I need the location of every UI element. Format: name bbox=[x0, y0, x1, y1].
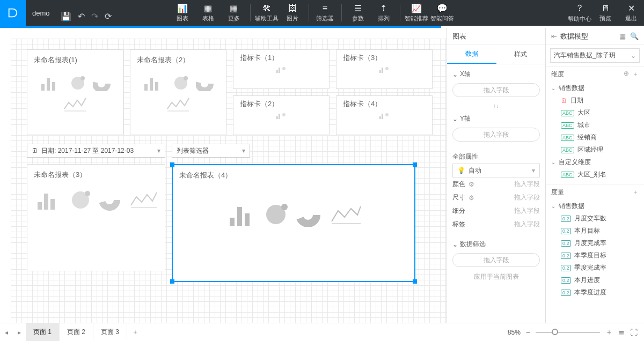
resize-handle[interactable] bbox=[170, 162, 174, 167]
dim-region[interactable]: ABC大区 bbox=[551, 107, 641, 119]
abc-icon: ABC bbox=[561, 110, 574, 116]
measure-group-sales[interactable]: ⌄销售数据 bbox=[551, 200, 641, 212]
widget-indicator-1[interactable]: 指标卡（1） bbox=[233, 49, 330, 89]
zoom-percent: 85% bbox=[508, 329, 521, 336]
dim-dealer[interactable]: ABC经销商 bbox=[551, 131, 641, 144]
measure-m3[interactable]: 0.2月度完成率 bbox=[551, 237, 641, 249]
tab-style[interactable]: 样式 bbox=[496, 45, 546, 64]
undo-icon[interactable]: ↶ bbox=[78, 11, 85, 21]
tool-image[interactable]: 🖼图片 bbox=[280, 0, 305, 26]
measure-m5[interactable]: 0.2季度完成率 bbox=[551, 262, 641, 274]
custom-dim-group[interactable]: ⌄自定义维度 bbox=[551, 156, 641, 168]
tool-chart[interactable]: 📊图表 bbox=[170, 0, 195, 26]
fit-width-icon[interactable]: ≣ bbox=[618, 328, 625, 337]
tool-filter[interactable]: ≡筛选器 bbox=[312, 0, 338, 26]
zoom-slider[interactable] bbox=[536, 332, 600, 333]
attr-size[interactable]: 尺寸⚙拖入字段 bbox=[452, 191, 540, 204]
grid-icon[interactable]: ▦ bbox=[619, 32, 626, 40]
dim-area-mgr[interactable]: ABC区域经理 bbox=[551, 144, 641, 156]
widget-indicator-3[interactable]: 指标卡（3） bbox=[336, 49, 433, 89]
resize-handle[interactable] bbox=[170, 279, 174, 284]
add-page-button[interactable]: ＋ bbox=[127, 323, 143, 341]
tool-aux[interactable]: 🛠辅助工具 bbox=[254, 0, 280, 26]
list-filter[interactable]: 列表筛选器 ▾ bbox=[172, 144, 250, 158]
help-icon: ？ bbox=[575, 3, 584, 14]
dim-date[interactable]: 🗓日期 bbox=[551, 94, 641, 107]
search-icon[interactable]: 🔍 bbox=[630, 32, 639, 40]
calendar-icon: 🗓 bbox=[32, 147, 38, 154]
svg-rect-13 bbox=[279, 68, 280, 73]
svg-point-20 bbox=[282, 113, 286, 116]
tool-smartqa[interactable]: 💬智能问答 bbox=[429, 0, 455, 26]
tab-data[interactable]: 数据 bbox=[447, 45, 496, 64]
x-axis-dropzone[interactable]: 拖入字段 bbox=[452, 83, 540, 97]
plus-icon[interactable]: ＋ bbox=[632, 188, 639, 197]
measure-m2[interactable]: 0.2本月目标 bbox=[551, 225, 641, 237]
svg-point-23 bbox=[385, 113, 389, 116]
tool-sort[interactable]: ⇡排列 bbox=[371, 0, 397, 26]
refresh-icon[interactable]: ⟳ bbox=[105, 11, 112, 21]
chart-placeholder-icon bbox=[364, 66, 405, 73]
swap-axes-icon[interactable]: ↑↓ bbox=[447, 102, 545, 109]
measure-m1[interactable]: 0.2月度交车数 bbox=[551, 212, 641, 225]
redo-icon[interactable]: ↷ bbox=[91, 11, 98, 21]
zoom-in-button[interactable]: ＋ bbox=[605, 328, 613, 337]
widget-title: 指标卡（3） bbox=[343, 53, 426, 63]
globe-icon[interactable]: ⊕ bbox=[624, 70, 629, 79]
widget-report-1[interactable]: 未命名报表(1) bbox=[27, 49, 123, 135]
zoom-out-button[interactable]: − bbox=[526, 328, 530, 337]
dim-city[interactable]: ABC城市 bbox=[551, 119, 641, 131]
tool-smartrec[interactable]: 📈智能推荐 bbox=[404, 0, 429, 26]
save-icon[interactable]: 💾 bbox=[61, 11, 71, 21]
widget-report-3[interactable]: 未命名报表（3） bbox=[27, 164, 165, 271]
svg-point-10 bbox=[184, 76, 188, 80]
dim-region-alias[interactable]: ABC大区_别名 bbox=[551, 168, 641, 181]
exit-button[interactable]: ✕退出 bbox=[618, 0, 644, 26]
date-filter[interactable]: 🗓 日期: 2017-11-27 至 2017-12-03 ▾ bbox=[27, 144, 165, 158]
auto-select[interactable]: 💡 自动 ▾ bbox=[452, 164, 540, 177]
widget-indicator-4[interactable]: 指标卡（4） bbox=[336, 95, 433, 135]
gear-icon: ⚙ bbox=[469, 194, 474, 202]
tool-table[interactable]: ▦表格 bbox=[195, 0, 221, 26]
page-tab-2[interactable]: 页面 2 bbox=[60, 323, 93, 341]
zoom-knob[interactable] bbox=[552, 329, 558, 335]
preview-button[interactable]: 🖥预览 bbox=[592, 0, 618, 26]
plus-icon[interactable]: ＋ bbox=[632, 70, 639, 79]
abc-icon: ABC bbox=[561, 135, 574, 141]
widget-report-2[interactable]: 未命名报表（2） bbox=[130, 49, 226, 135]
measure-m7[interactable]: 0.2本季度进度 bbox=[551, 286, 641, 299]
resize-handle[interactable] bbox=[413, 279, 417, 284]
chart-placeholder-icon bbox=[364, 112, 405, 120]
y-axis-dropzone[interactable]: 拖入字段 bbox=[452, 128, 540, 142]
page-next[interactable]: ▸ bbox=[13, 329, 26, 336]
attr-label[interactable]: 标签拖入字段 bbox=[452, 218, 540, 231]
widget-report-4[interactable]: 未命名报表（4） bbox=[172, 164, 415, 282]
page-prev[interactable]: ◂ bbox=[0, 329, 13, 336]
page-tab-3[interactable]: 页面 3 bbox=[93, 323, 127, 341]
tool-param[interactable]: ☰参数 bbox=[345, 0, 371, 26]
svg-rect-12 bbox=[276, 70, 278, 73]
abc-icon: ABC bbox=[561, 122, 574, 129]
measure-m4[interactable]: 0.2本季度目标 bbox=[551, 249, 641, 262]
page-tab-1[interactable]: 页面 1 bbox=[26, 323, 60, 341]
chart-placeholder-icon bbox=[261, 66, 302, 73]
dim-group-sales[interactable]: ⌄销售数据 bbox=[551, 82, 641, 94]
attr-color[interactable]: 颜色⚙拖入字段 bbox=[452, 177, 540, 191]
abc-icon: ABC bbox=[561, 147, 574, 153]
filter-dropzone[interactable]: 拖入字段 bbox=[452, 253, 540, 267]
panel-title: 图表 bbox=[452, 32, 466, 41]
app-logo[interactable] bbox=[0, 0, 26, 26]
fullscreen-icon[interactable]: ⛶ bbox=[630, 328, 638, 337]
widget-indicator-2[interactable]: 指标卡（2） bbox=[233, 95, 330, 135]
canvas-area[interactable]: 未命名报表(1) 未命名报表（2） 指标卡（1） bbox=[0, 28, 447, 323]
measure-m6[interactable]: 0.2本月进度 bbox=[551, 274, 641, 286]
tool-more[interactable]: ▦更多 bbox=[221, 0, 247, 26]
chevron-down-icon: ▾ bbox=[157, 147, 160, 154]
svg-rect-1 bbox=[47, 78, 50, 91]
help-button[interactable]: ？帮助中心 bbox=[567, 0, 592, 26]
collapse-icon[interactable]: ⇤ bbox=[551, 32, 557, 40]
attr-detail[interactable]: 细分拖入字段 bbox=[452, 204, 540, 218]
bottom-bar: ◂ ▸ 页面 1 页面 2 页面 3 ＋ 85% − ＋ ≣ ⛶ bbox=[0, 323, 644, 341]
datasource-select[interactable]: 汽车销售数据_陈子玥 ⌄ bbox=[550, 48, 640, 63]
resize-handle[interactable] bbox=[413, 162, 417, 167]
